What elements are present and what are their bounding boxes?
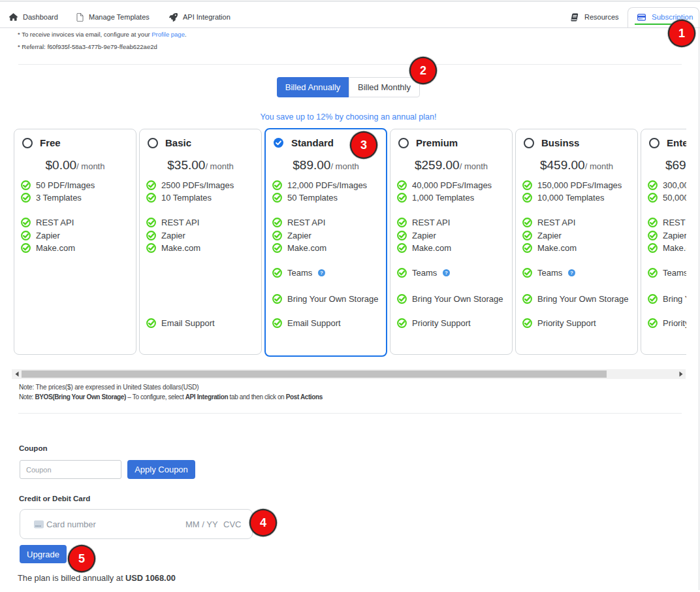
svg-text:?: ? [570,270,573,276]
svg-text:?: ? [320,270,323,276]
svg-text:?: ? [445,270,448,276]
